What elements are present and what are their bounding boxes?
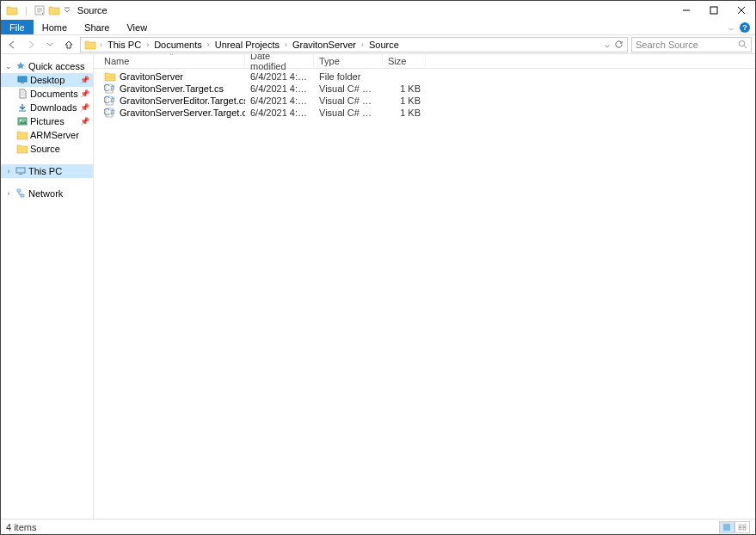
- svg-rect-7: [16, 168, 25, 173]
- nav-label: Quick access: [28, 61, 84, 71]
- nav-label: Pictures: [30, 116, 65, 126]
- maximize-button[interactable]: [700, 1, 728, 20]
- file-name: GravitonServer: [120, 71, 183, 82]
- explorer-body: ⌄ Quick access Desktop 📌 Documents 📌 Do: [1, 54, 755, 519]
- chevron-down-icon[interactable]: ⌄: [4, 62, 13, 71]
- help-icon[interactable]: ?: [740, 22, 750, 33]
- chevron-right-icon[interactable]: ›: [283, 40, 289, 49]
- folder-icon[interactable]: [48, 5, 60, 15]
- forward-button[interactable]: [23, 37, 39, 52]
- file-date: 6/4/2021 4:00 PM: [245, 95, 314, 106]
- breadcrumb[interactable]: Source: [367, 40, 401, 50]
- svg-rect-4: [21, 83, 24, 83]
- recent-locations-button[interactable]: [42, 37, 58, 52]
- file-size: 1 KB: [383, 95, 426, 106]
- address-dropdown-icon[interactable]: ⌵: [603, 40, 612, 49]
- chevron-right-icon[interactable]: ›: [144, 40, 151, 49]
- file-row[interactable]: C# GravitonServer.Target.cs 6/4/2021 4:0…: [99, 83, 755, 95]
- search-input[interactable]: Search Source: [631, 37, 752, 52]
- svg-rect-9: [17, 189, 21, 192]
- file-type: Visual C# Source F...: [314, 83, 383, 94]
- file-date: 6/4/2021 4:00 PM: [245, 71, 314, 82]
- column-label: Name: [104, 56, 129, 66]
- folder-icon: [104, 71, 116, 82]
- svg-point-6: [20, 120, 22, 121]
- breadcrumb[interactable]: This PC: [106, 40, 143, 50]
- desktop-icon: [16, 75, 28, 85]
- ribbon-expand-icon[interactable]: ⌵: [728, 23, 733, 32]
- column-header-date[interactable]: Date modified: [245, 54, 314, 68]
- csharp-file-icon: C#: [104, 95, 116, 106]
- file-row[interactable]: C# GravitonServerServer.Target.cs 6/4/20…: [99, 107, 755, 119]
- navigation-pane: ⌄ Quick access Desktop 📌 Documents 📌 Do: [1, 54, 94, 519]
- address-bar: › This PC › Documents › Unreal Projects …: [1, 35, 755, 54]
- download-icon: [16, 102, 28, 113]
- pin-icon: 📌: [80, 89, 89, 98]
- svg-rect-16: [739, 527, 741, 530]
- nav-label: Documents: [30, 89, 78, 99]
- file-type: File folder: [314, 71, 383, 82]
- nav-label: This PC: [28, 166, 62, 176]
- icons-view-button[interactable]: [734, 521, 750, 533]
- status-text: 4 items: [6, 522, 36, 532]
- column-header-name[interactable]: ⌃ Name: [99, 54, 245, 68]
- back-button[interactable]: [4, 37, 20, 52]
- qat-dropdown-icon[interactable]: [64, 7, 71, 14]
- details-view-button[interactable]: [719, 521, 734, 533]
- folder-icon: [16, 144, 28, 154]
- computer-icon: [15, 166, 27, 176]
- csharp-file-icon: C#: [104, 83, 116, 94]
- file-name: GravitonServer.Target.cs: [120, 83, 224, 94]
- tab-share[interactable]: Share: [76, 20, 118, 34]
- svg-rect-17: [743, 527, 746, 530]
- nav-item-armserver[interactable]: ARMServer: [1, 128, 93, 142]
- minimize-button[interactable]: [673, 1, 700, 20]
- chevron-right-icon[interactable]: ›: [206, 40, 212, 49]
- refresh-icon[interactable]: [613, 40, 624, 50]
- status-bar: 4 items: [1, 519, 755, 534]
- nav-this-pc[interactable]: › This PC: [1, 164, 93, 178]
- up-button[interactable]: [61, 37, 77, 52]
- file-row[interactable]: GravitonServer 6/4/2021 4:00 PM File fol…: [99, 71, 755, 83]
- nav-item-downloads[interactable]: Downloads 📌: [1, 101, 93, 114]
- nav-label: Downloads: [30, 102, 77, 113]
- breadcrumb[interactable]: Documents: [152, 40, 204, 50]
- chevron-right-icon[interactable]: ›: [4, 189, 13, 198]
- svg-text:C#: C#: [104, 95, 114, 105]
- title-bar: | Source: [1, 1, 755, 20]
- close-button[interactable]: [728, 1, 755, 20]
- address-box[interactable]: › This PC › Documents › Unreal Projects …: [80, 37, 628, 52]
- search-placeholder: Search Source: [636, 40, 738, 50]
- sort-ascending-icon: ⌃: [169, 54, 175, 60]
- tab-home[interactable]: Home: [34, 20, 76, 34]
- nav-item-source[interactable]: Source: [1, 142, 93, 156]
- svg-text:C#: C#: [104, 83, 114, 93]
- tab-view[interactable]: View: [118, 20, 156, 34]
- properties-icon[interactable]: [34, 5, 45, 15]
- tab-file[interactable]: File: [1, 20, 34, 34]
- nav-item-desktop[interactable]: Desktop 📌: [1, 73, 93, 87]
- nav-label: Source: [30, 144, 60, 154]
- column-header-type[interactable]: Type: [314, 54, 383, 68]
- breadcrumb[interactable]: Unreal Projects: [213, 40, 281, 50]
- document-icon: [16, 89, 28, 99]
- chevron-right-icon[interactable]: ›: [4, 167, 13, 175]
- svg-rect-10: [21, 194, 24, 197]
- chevron-right-icon[interactable]: ›: [98, 40, 104, 49]
- nav-quick-access[interactable]: ⌄ Quick access: [1, 59, 93, 73]
- nav-network[interactable]: › Network: [1, 187, 93, 200]
- folder-icon: [84, 40, 96, 50]
- file-rows: GravitonServer 6/4/2021 4:00 PM File fol…: [94, 69, 755, 119]
- breadcrumb[interactable]: GravitonServer: [291, 40, 358, 50]
- chevron-right-icon[interactable]: ›: [360, 40, 366, 49]
- file-name: GravitonServerEditor.Target.cs: [120, 95, 245, 106]
- separator: |: [25, 5, 28, 15]
- file-size: 1 KB: [383, 83, 426, 94]
- nav-item-documents[interactable]: Documents 📌: [1, 87, 93, 101]
- nav-item-pictures[interactable]: Pictures 📌: [1, 114, 93, 128]
- window-controls: [673, 1, 755, 20]
- column-header-size[interactable]: Size: [383, 54, 426, 68]
- window-title: Source: [77, 5, 108, 15]
- file-type: Visual C# Source F...: [314, 95, 383, 106]
- file-row[interactable]: C# GravitonServerEditor.Target.cs 6/4/20…: [99, 95, 755, 107]
